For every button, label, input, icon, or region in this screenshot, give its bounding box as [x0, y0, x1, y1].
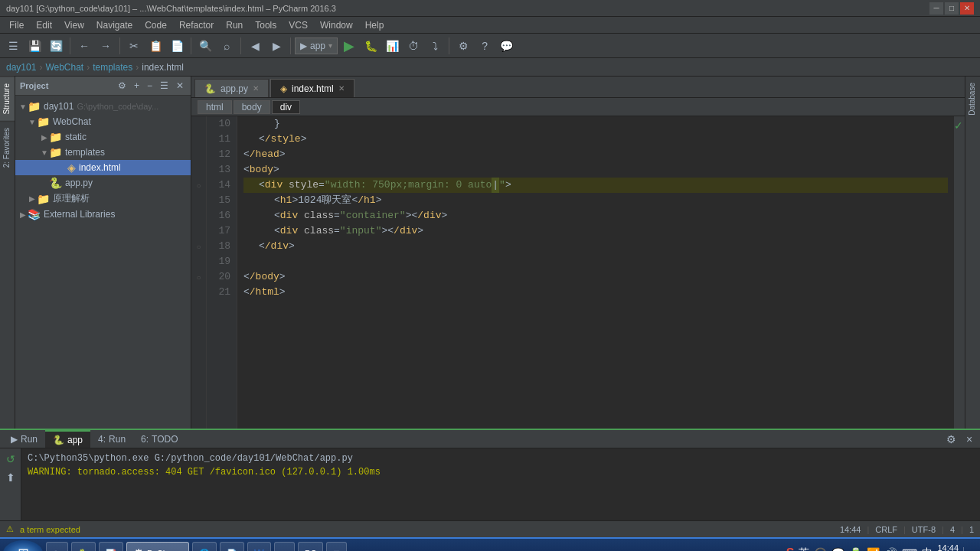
tree-item-templates[interactable]: ▼ 📁 templates: [15, 145, 191, 160]
tab-close-indexhtml[interactable]: ✕: [338, 84, 345, 93]
toolbar-nav1[interactable]: ◀: [245, 36, 265, 56]
project-gear[interactable]: ⚙: [116, 80, 129, 92]
breadcrumb-day101[interactable]: day101: [6, 62, 36, 73]
sdk-button[interactable]: ⚙: [453, 36, 473, 56]
scope-html[interactable]: html: [198, 100, 232, 114]
scope-div[interactable]: div: [272, 100, 300, 114]
menu-file[interactable]: File: [3, 18, 30, 32]
menu-help[interactable]: Help: [359, 18, 390, 32]
breadcrumb-webchat[interactable]: WebChat: [45, 62, 83, 73]
bottom-tab-4run[interactable]: 4: Run: [90, 430, 133, 448]
profile-button[interactable]: ⏱: [403, 36, 423, 56]
project-expand[interactable]: +: [132, 80, 142, 92]
toolbar-save[interactable]: 💾: [24, 36, 44, 56]
debug-button[interactable]: 🐛: [361, 36, 381, 56]
breadcrumb-templates[interactable]: templates: [93, 62, 132, 73]
sidebar-tab-favorites[interactable]: 2: Favorites: [0, 121, 15, 174]
step-over[interactable]: ⤵: [425, 36, 445, 56]
toolbar-forward[interactable]: →: [96, 36, 116, 56]
toolbar-sync[interactable]: 🔄: [46, 36, 66, 56]
tree-item-apppy[interactable]: 🐍 app.py: [15, 175, 191, 191]
run-scroll-button[interactable]: ⬆: [3, 470, 18, 485]
taskbar-item-app5[interactable]: ❤: [274, 542, 295, 551]
menu-window[interactable]: Window: [314, 18, 359, 32]
linenum-11: 11: [207, 132, 230, 147]
gutter-20[interactable]: ○: [191, 269, 206, 285]
taskbar-item-app7[interactable]: ⊡: [326, 542, 347, 551]
tray-icon-keyboard: ⌨: [902, 547, 917, 551]
menu-vcs[interactable]: VCS: [283, 18, 314, 32]
menu-code[interactable]: Code: [139, 18, 173, 32]
toolbar-search2[interactable]: ⌕: [217, 36, 237, 56]
menu-refactor[interactable]: Refactor: [173, 18, 220, 32]
menu-view[interactable]: View: [58, 18, 90, 32]
toolbar-back[interactable]: ←: [74, 36, 94, 56]
breadcrumb-sep3: ›: [136, 62, 139, 73]
project-collapse[interactable]: −: [145, 80, 155, 92]
gutter-14[interactable]: ○: [191, 178, 206, 193]
tree-item-ext-libs[interactable]: ▶ 📚 External Libraries: [15, 207, 191, 222]
coverage-button[interactable]: 📊: [382, 36, 402, 56]
code-line-18: </div>: [243, 239, 948, 254]
tree-label-templates: templates: [65, 147, 105, 158]
linenum-19: 19: [207, 254, 230, 269]
breadcrumb-indexhtml[interactable]: index.html: [142, 62, 184, 73]
taskbar-item-word[interactable]: W: [247, 542, 271, 551]
run-button[interactable]: ▶: [339, 36, 359, 56]
tray-show-desktop[interactable]: ▭: [963, 547, 977, 551]
close-button[interactable]: ✕: [960, 2, 974, 15]
fold-icon-18[interactable]: ○: [196, 243, 201, 251]
tab-apppy[interactable]: 🐍 app.py ✕: [194, 79, 269, 97]
menu-navigate[interactable]: Navigate: [90, 18, 139, 32]
toolbar-cut[interactable]: ✂: [124, 36, 144, 56]
taskbar: ⊞ 🗂 🐍 📝 ⚙ PyCharm 🌐 📄 W ❤ PC ⊡ S 英 🎧 💬 🔋…: [0, 537, 980, 551]
toolbar-copy[interactable]: 📋: [145, 36, 165, 56]
tab-indexhtml[interactable]: ◈ index.html ✕: [270, 79, 354, 97]
tree-item-static[interactable]: ▶ 📁 static: [15, 129, 191, 145]
taskbar-item-small2[interactable]: 📝: [99, 542, 123, 551]
code-content[interactable]: } </style> </head> <body> <div: [237, 116, 954, 429]
bottom-tab-run[interactable]: ▶ Run: [3, 430, 45, 448]
menu-edit[interactable]: Edit: [30, 18, 58, 32]
tree-arrow-webchat: ▼: [28, 118, 37, 126]
tray-icon-battery: 🔋: [849, 547, 862, 551]
feedback-button[interactable]: 💬: [496, 36, 516, 56]
right-tab-database[interactable]: Database: [965, 77, 978, 122]
bottom-settings-button[interactable]: ⚙: [943, 432, 959, 447]
scope-body[interactable]: body: [234, 100, 270, 114]
folder-icon-analysis: 📁: [37, 193, 50, 205]
toolbar-project-view[interactable]: ☰: [3, 36, 23, 56]
tree-label-webchat: WebChat: [53, 116, 91, 127]
menu-run[interactable]: Run: [220, 18, 249, 32]
taskbar-item-notepad[interactable]: 📄: [220, 542, 244, 551]
tree-item-indexhtml[interactable]: ◈ index.html: [15, 160, 191, 175]
tree-item-analysis[interactable]: ▶ 📁 原理解析: [15, 191, 191, 207]
bottom-close-button[interactable]: ×: [962, 432, 977, 447]
maximize-button[interactable]: □: [945, 2, 959, 15]
project-settings[interactable]: ☰: [158, 80, 171, 92]
fold-icon-14[interactable]: ○: [196, 181, 201, 190]
tab-close-apppy[interactable]: ✕: [253, 84, 259, 93]
gutter-18[interactable]: ○: [191, 239, 206, 254]
fold-icon-20[interactable]: ○: [196, 273, 201, 282]
taskbar-item-chrome[interactable]: 🌐: [192, 542, 217, 551]
menu-tools[interactable]: Tools: [249, 18, 283, 32]
toolbar-search[interactable]: 🔍: [195, 36, 215, 56]
help-button[interactable]: ?: [475, 36, 495, 56]
toolbar-paste[interactable]: 📄: [167, 36, 187, 56]
taskbar-item-explorer[interactable]: 🗂: [46, 542, 68, 551]
project-close[interactable]: ✕: [174, 80, 186, 92]
minimize-button[interactable]: ─: [929, 2, 943, 15]
bottom-tab-todo[interactable]: 6: TODO: [133, 430, 185, 448]
toolbar-nav2[interactable]: ▶: [266, 36, 286, 56]
start-button[interactable]: ⊞: [3, 540, 43, 551]
tree-item-webchat[interactable]: ▼ 📁 WebChat: [15, 114, 191, 129]
taskbar-item-small1[interactable]: 🐍: [71, 542, 96, 551]
tree-item-day101[interactable]: ▼ 📁 day101 G:\python_code\day...: [15, 99, 191, 114]
run-restart-button[interactable]: ↺: [3, 452, 18, 467]
sidebar-tab-structure[interactable]: Structure: [0, 77, 15, 121]
bottom-tab-app[interactable]: 🐍 app: [45, 430, 90, 448]
run-config-selector[interactable]: ▶ app ▾: [295, 37, 338, 54]
taskbar-item-pycharm[interactable]: ⚙ PyCharm: [126, 542, 189, 551]
taskbar-item-app6[interactable]: PC: [298, 542, 323, 551]
